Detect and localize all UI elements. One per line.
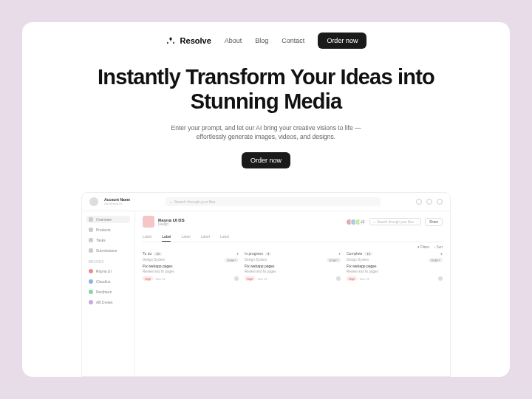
view-tabs: Label Label Label Label Label [143,232,443,242]
share-button[interactable]: Share [425,218,443,226]
column-title: To do [143,251,151,256]
project-name: Rayna UI DS [158,218,185,222]
add-icon[interactable]: + [236,251,239,256]
sidebar-label: Claudius [96,279,110,284]
sidebar-brand[interactable]: AB Dunes [86,299,130,306]
tab[interactable]: Label [181,232,190,242]
card-title: Fix webapp pages [143,264,239,268]
status-badge: DRAFT [429,258,443,262]
card-date: Nov 23 [156,277,166,281]
sidebar-heading-brands: Brands [89,260,130,264]
project-search[interactable]: ⌕ Search through your files [369,218,421,225]
kanban-card[interactable]: Design System DRAFT Fix webapp pages Rev… [245,258,341,281]
filters-button[interactable]: ▾ Filters [417,245,430,249]
brand-color-dot [89,300,93,304]
sidebar: Overview Products Tasks Submissions Bran… [82,211,135,376]
assignee-avatar [336,276,341,281]
sidebar-item-overview[interactable]: Overview [86,216,130,223]
kanban-card[interactable]: Design System DRAFT Fix webapp pages Rev… [347,258,443,281]
tab[interactable]: Label [143,232,151,242]
landing-page: Resolve About Blog Contact Order now Ins… [22,22,510,377]
window-icon[interactable] [426,199,432,205]
kanban-column: Complete 12 + Design System DRAFT Fix we… [347,251,443,372]
dashboard-preview: Account Name user@mail.co ⌕ Search throu… [81,192,451,377]
global-search[interactable]: ⌕ Search through your files [166,197,381,206]
card-section: Design System [347,258,369,262]
brand-name: Resolve [180,36,211,45]
hero-cta-button[interactable]: Order now [242,152,290,168]
nav-about[interactable]: About [225,37,242,44]
collaborator-avatars[interactable]: +2 [348,219,366,225]
tab[interactable]: Label [162,232,171,242]
status-badge: DRAFT [225,258,239,262]
site-header: Resolve About Blog Contact Order now [22,22,510,56]
priority-badge: High [347,276,357,281]
tab[interactable]: Label [220,232,229,242]
column-count: 14 [154,252,161,256]
priority-badge: High [245,276,255,281]
status-badge: DRAFT [327,258,341,262]
assignee-avatar [234,276,239,281]
sidebar-item-tasks[interactable]: Tasks [86,236,130,244]
sidebar-brand[interactable]: Pentheon [86,288,130,296]
project-info: Rayna UI DS Design [143,216,185,228]
card-desc: Review and fix pages [347,270,443,273]
sidebar-label: Submissions [96,248,117,253]
column-header: Complete 12 + [347,251,443,256]
user-avatar[interactable] [89,197,98,206]
column-title: Complete [347,251,362,256]
sidebar-brand[interactable]: Claudius [86,278,130,285]
window-controls [416,199,443,205]
avatar-more: +2 [359,219,366,225]
inbox-icon [89,248,93,253]
kanban-columns: To do 14 + Design System DRAFT Fix webap… [143,251,443,372]
column-header: To do 14 + [143,251,239,256]
add-icon[interactable]: + [338,251,341,256]
sidebar-brand[interactable]: Rayna UI [86,267,130,275]
sidebar-item-submissions[interactable]: Submissions [86,247,130,254]
hero-title: Instantly Transform Your Ideas into Stun… [74,65,458,115]
sidebar-label: Rayna UI [96,269,112,273]
nav-blog[interactable]: Blog [255,37,268,44]
sidebar-item-products[interactable]: Products [86,226,130,233]
kanban-card[interactable]: Design System DRAFT Fix webapp pages Rev… [143,258,239,281]
card-section: Design System [143,258,165,262]
sidebar-label: AB Dunes [96,300,113,304]
card-desc: Review and fix pages [245,270,341,273]
assignee-avatar [438,276,443,281]
column-header: In progress 3 + [245,251,341,256]
dashboard-topbar: Account Name user@mail.co ⌕ Search throu… [82,193,450,211]
project-thumbnail [143,216,154,228]
priority-badge: High [143,276,153,281]
tab[interactable]: Label [201,232,210,242]
hero-subtitle: Enter your prompt, and let our AI bring … [159,123,373,143]
brand-color-dot [89,290,93,294]
column-title: In progress [245,251,263,256]
card-date: Nov 23 [360,277,369,281]
check-icon [89,238,93,242]
card-title: Fix webapp pages [347,264,443,268]
project-controls: +2 ⌕ Search through your files Share [348,218,443,226]
sort-button[interactable]: ↕ Sort [434,245,443,249]
kanban-column: To do 14 + Design System DRAFT Fix webap… [143,251,239,372]
column-count: 12 [364,252,372,256]
home-icon [89,217,93,222]
dashboard-body: Overview Products Tasks Submissions Bran… [82,211,450,376]
nav-cta-button[interactable]: Order now [318,33,366,49]
search-placeholder: Search through your files [377,220,414,224]
user-email: user@mail.co [104,202,130,205]
sidebar-label: Products [96,228,111,232]
window-icon[interactable] [416,199,422,205]
column-count: 3 [265,252,271,256]
add-icon[interactable]: + [440,251,443,256]
search-icon: ⌕ [373,220,375,224]
nav-contact[interactable]: Contact [282,37,304,44]
sidebar-label: Tasks [96,238,106,242]
sidebar-label: Pentheon [96,290,112,294]
card-title: Fix webapp pages [245,264,341,268]
card-date: Nov 23 [258,277,267,281]
window-icon[interactable] [437,199,443,205]
brand[interactable]: Resolve [166,35,211,46]
search-icon: ⌕ [170,200,172,204]
brand-color-dot [89,279,93,284]
